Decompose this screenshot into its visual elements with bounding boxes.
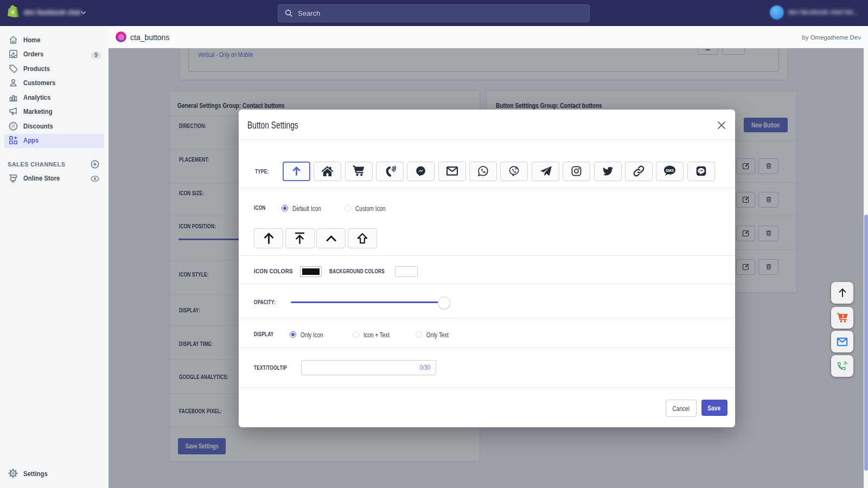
svg-text:S: S (11, 9, 14, 15)
svg-text:LINE: LINE (699, 170, 704, 172)
svg-text:SMS: SMS (666, 169, 674, 172)
